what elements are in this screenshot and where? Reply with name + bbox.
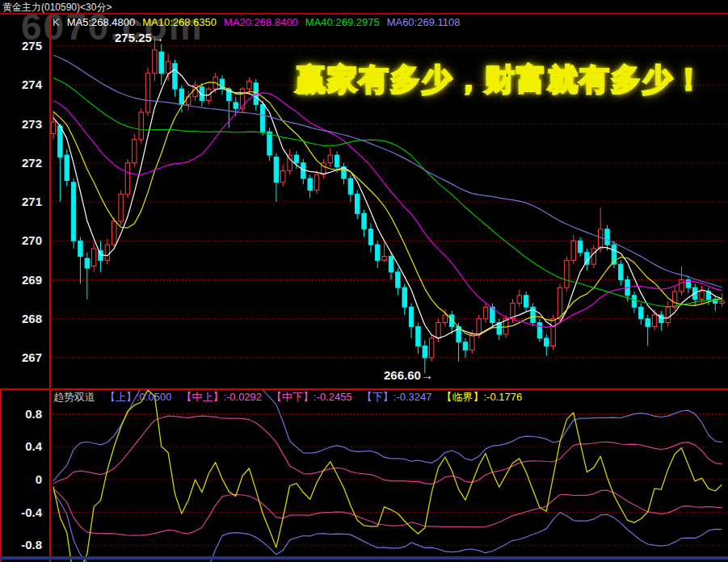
legend-item: MA40:269.2975 xyxy=(305,16,380,28)
legend-item: MA10:268.6350 xyxy=(142,16,217,28)
legend-item: MA5:268.4800 xyxy=(67,16,136,28)
axis-tick-label: 275 xyxy=(0,39,42,52)
axis-tick-label: 0.4 xyxy=(0,439,42,453)
axis-tick-label: 267 xyxy=(0,350,42,364)
axis-tick-label: 271 xyxy=(0,195,42,208)
axis-tick-label: 269 xyxy=(0,273,42,287)
trading-app-window: 黄金主力(010590)<30分> 6070.com KMA5:268.4800… xyxy=(0,0,728,562)
legend-item: 【临界】:-0.1776 xyxy=(441,391,522,403)
legend-item: MA20:268.8400 xyxy=(224,16,298,28)
low-price-annotation: 266.60→ xyxy=(384,368,433,382)
chart-title: 黄金主力(010590)<30分> xyxy=(2,1,112,15)
trend-indicator-chart[interactable] xyxy=(0,390,728,562)
legend-item: 【中上】:-0.0292 xyxy=(181,391,262,403)
legend-item: 【上】:0.0500 xyxy=(105,391,171,403)
axis-tick-label: -0.8 xyxy=(0,538,42,552)
legend-item: MA60:269.1108 xyxy=(387,16,461,28)
axis-tick-label: 0.8 xyxy=(0,407,42,421)
axis-tick-label: 272 xyxy=(0,156,42,170)
legend-item: K xyxy=(53,16,60,28)
axis-tick-label: -0.4 xyxy=(0,505,42,519)
axis-tick-label: 274 xyxy=(0,78,42,91)
axis-tick-label: 270 xyxy=(0,233,42,247)
slogan-watermark: 赢家有多少，财富就有多少！ xyxy=(296,60,705,100)
ma-legend: KMA5:268.4800MA10:268.6350MA20:268.8400M… xyxy=(53,16,467,28)
window-bottom-edge xyxy=(0,556,728,560)
trend-indicator-legend: 趋势双道【上】:0.0500【中上】:-0.0292【中下】:-0.2455【下… xyxy=(53,390,532,405)
legend-item: 趋势双道 xyxy=(53,391,95,403)
axis-tick-label: 0 xyxy=(0,472,42,486)
high-price-annotation: 275.25→ xyxy=(115,31,164,44)
axis-tick-label: 268 xyxy=(0,312,42,325)
legend-item: 【下】:-0.3247 xyxy=(362,391,432,403)
legend-item: 【中下】:-0.2455 xyxy=(271,391,352,403)
axis-tick-label: 273 xyxy=(0,117,42,131)
